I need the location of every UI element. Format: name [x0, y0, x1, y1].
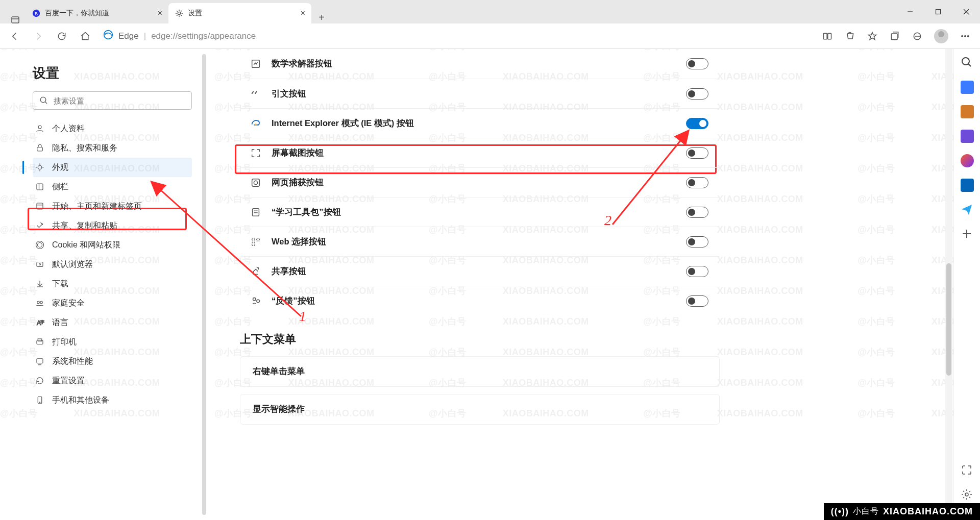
- wifi-icon: ((•)): [831, 506, 849, 517]
- toggle-switch[interactable]: [686, 266, 708, 277]
- back-button[interactable]: [4, 26, 26, 46]
- svg-line-51: [968, 64, 971, 66]
- nav-icon: [35, 337, 45, 347]
- svg-rect-11: [828, 33, 831, 39]
- sidebar-item-label: 手机和其他设备: [52, 395, 109, 406]
- page-scrollbar[interactable]: [945, 49, 952, 520]
- tab-baidu[interactable]: B 百度一下，你就知道 ×: [26, 3, 168, 23]
- smart-actions-row[interactable]: 显示智能操作: [240, 394, 720, 425]
- toggle-switch[interactable]: [686, 207, 708, 218]
- tab-actions-icon[interactable]: [5, 16, 26, 23]
- shopping-icon[interactable]: [839, 26, 861, 46]
- setting-label: “学习工具包”按钮: [272, 207, 341, 218]
- tab-title: 设置: [188, 9, 202, 18]
- maximize-button[interactable]: [924, 0, 952, 23]
- svg-rect-43: [252, 179, 260, 186]
- sidebar-item-9[interactable]: 家庭安全: [33, 293, 192, 313]
- svg-point-16: [968, 35, 969, 37]
- svg-point-44: [254, 181, 257, 184]
- toggle-switch[interactable]: [686, 295, 708, 307]
- toggle-switch[interactable]: [686, 88, 708, 100]
- svg-point-49: [257, 300, 260, 303]
- sidebar-item-4[interactable]: 开始、主页和新建标签页: [33, 196, 192, 216]
- gear-icon: [175, 9, 184, 18]
- sidebar-send-icon[interactable]: [961, 203, 974, 216]
- sidebar-item-14[interactable]: 手机和其他设备: [33, 390, 192, 410]
- sidebar-briefcase-icon[interactable]: [961, 105, 974, 118]
- nav-icon: A字: [35, 317, 45, 328]
- nav-icon: [35, 201, 45, 211]
- settings-main: 数学求解器按钮引文按钮Internet Explorer 模式 (IE 模式) …: [204, 49, 980, 520]
- sidebar-add-icon[interactable]: [961, 228, 974, 241]
- close-icon[interactable]: ×: [158, 9, 162, 18]
- close-icon[interactable]: ×: [301, 9, 305, 18]
- settings-sidebar: 设置 个人资料隐私、搜索和服务外观侧栏开始、主页和新建标签页共享、复制和粘贴Co…: [0, 49, 204, 410]
- toggle-switch[interactable]: [686, 177, 708, 188]
- sidebar-item-label: 系统和性能: [52, 356, 93, 367]
- sidebar-office-icon[interactable]: [961, 154, 974, 167]
- svg-point-17: [40, 97, 46, 103]
- svg-point-48: [253, 298, 256, 301]
- sidebar-item-label: 重置设置: [52, 376, 85, 386]
- refresh-button[interactable]: [51, 26, 72, 46]
- sidebar-item-1[interactable]: 隐私、搜索和服务: [33, 138, 192, 158]
- settings-search[interactable]: [33, 91, 192, 110]
- sidebar-item-6[interactable]: Cookie 和网站权限: [33, 235, 192, 255]
- settings-row-5: “学习工具包”按钮: [240, 197, 720, 227]
- setting-label: 网页捕获按钮: [272, 177, 324, 188]
- context-menu-row[interactable]: 右键单击菜单: [240, 356, 720, 387]
- watermark-badge: ((•)) 小白号 XIAOBAIHAO.COM: [824, 503, 980, 520]
- toggle-switch[interactable]: [686, 58, 708, 69]
- favorites-icon[interactable]: [862, 26, 883, 46]
- minimize-button[interactable]: [896, 0, 924, 23]
- sidebar-outlook-icon[interactable]: [961, 179, 974, 192]
- setting-icon: [249, 57, 262, 70]
- new-tab-button[interactable]: +: [311, 12, 332, 23]
- svg-rect-36: [38, 339, 42, 341]
- sidebar-item-5[interactable]: 共享、复制和粘贴: [33, 216, 192, 235]
- sidebar-item-0[interactable]: 个人资料: [33, 119, 192, 138]
- sidebar-item-8[interactable]: 下载: [33, 274, 192, 293]
- sidebar-item-label: 语言: [52, 317, 68, 328]
- scrollbar-thumb[interactable]: [946, 263, 951, 376]
- sidebar-item-12[interactable]: 系统和性能: [33, 352, 192, 371]
- sidebar-item-2[interactable]: 外观: [33, 158, 192, 177]
- nav-icon: [35, 259, 45, 269]
- home-button[interactable]: [75, 26, 96, 46]
- tab-settings[interactable]: 设置 ×: [168, 3, 311, 23]
- sidebar-item-10[interactable]: A字语言: [33, 313, 192, 332]
- svg-rect-45: [253, 208, 259, 216]
- sidebar-item-13[interactable]: 重置设置: [33, 371, 192, 390]
- svg-rect-10: [824, 33, 827, 39]
- settings-search-input[interactable]: [54, 96, 185, 105]
- sidebar-item-11[interactable]: 打印机: [33, 332, 192, 352]
- sidebar-search-icon[interactable]: [961, 56, 974, 69]
- ie-mode-icon[interactable]: [906, 26, 928, 46]
- nav-icon: [35, 356, 45, 366]
- close-window-button[interactable]: [952, 0, 980, 23]
- sidebar-heading: 设置: [33, 64, 192, 82]
- svg-point-42: [255, 123, 257, 126]
- collections-icon[interactable]: [884, 26, 905, 46]
- sidebar-screenshot-icon[interactable]: [961, 464, 974, 477]
- address-bar[interactable]: Edge | edge://settings/appearance: [98, 30, 815, 42]
- sidebar-games-icon[interactable]: [961, 130, 974, 143]
- svg-point-50: [962, 58, 969, 65]
- sidebar-item-7[interactable]: 默认浏览器: [33, 255, 192, 274]
- sidebar-settings-icon[interactable]: [961, 488, 974, 502]
- baidu-favicon-icon: B: [32, 9, 41, 18]
- sidebar-tag-icon[interactable]: [961, 81, 974, 94]
- sidebar-item-3[interactable]: 侧栏: [33, 177, 192, 196]
- svg-point-26: [38, 243, 42, 247]
- split-screen-icon[interactable]: [817, 26, 838, 46]
- toggle-switch[interactable]: [686, 147, 708, 159]
- sidebar-item-label: 打印机: [52, 337, 77, 348]
- svg-point-4: [178, 12, 180, 14]
- more-menu-icon[interactable]: [954, 26, 976, 46]
- setting-icon: [249, 176, 262, 189]
- forward-button: [28, 26, 49, 46]
- toggle-switch[interactable]: [686, 236, 708, 247]
- profile-avatar[interactable]: [934, 29, 948, 43]
- svg-line-18: [45, 102, 47, 104]
- toggle-switch[interactable]: [686, 118, 708, 129]
